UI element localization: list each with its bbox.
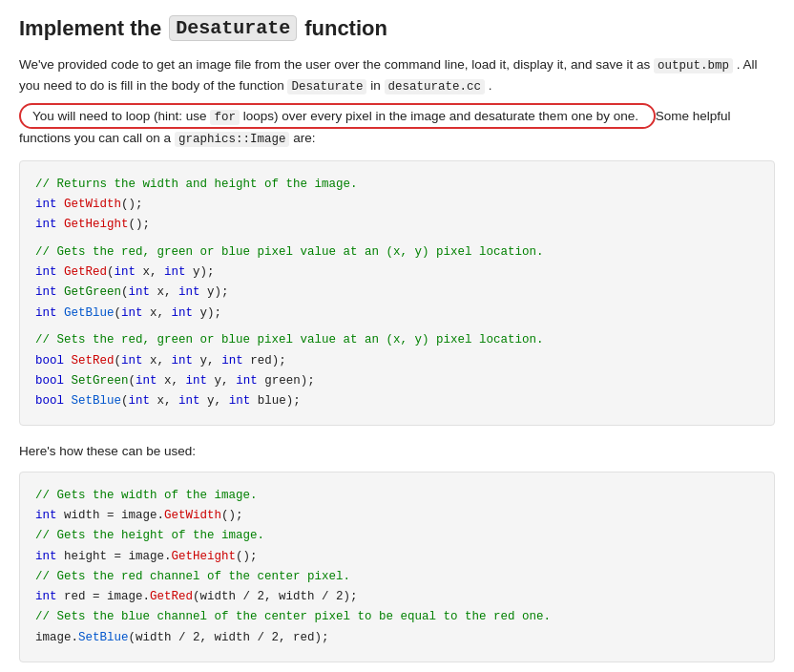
code-line: // Sets the blue channel of the center p… <box>35 607 759 627</box>
code-line: int width = image.GetWidth(); <box>35 506 759 526</box>
code-line <box>35 324 759 331</box>
title-keyword: Desaturate <box>169 15 297 41</box>
title-suffix: function <box>304 16 387 41</box>
intro-paragraph: We've provided code to get an image file… <box>19 54 775 96</box>
code-line: int red = image.GetRed(width / 2, width … <box>35 587 759 607</box>
code-line: // Gets the height of the image. <box>35 526 759 546</box>
code-line: int GetGreen(int x, int y); <box>35 283 759 303</box>
title-prefix: Implement the <box>19 16 161 41</box>
code-line: int GetRed(int x, int y); <box>35 262 759 283</box>
code-line: int height = image.GetHeight(); <box>35 547 759 567</box>
code-line: bool SetRed(int x, int y, int red); <box>35 351 759 371</box>
intro-text-3: in <box>370 78 381 93</box>
code-line: // Gets the red, green or blue pixel val… <box>35 242 759 262</box>
graphics-image-code: graphics::Image <box>175 132 290 147</box>
code-line: bool SetGreen(int x, int y, int green); <box>35 371 759 391</box>
highlighted-section: You will need to loop (hint: use for loo… <box>19 106 775 151</box>
highlight-text-rest: loops) over every pixel in the image and… <box>243 109 638 123</box>
code-line <box>35 235 759 242</box>
intro-text-4: . <box>489 78 492 93</box>
code-line: int GetHeight(); <box>35 215 759 235</box>
intro-code-output: output.bmp <box>654 58 733 74</box>
section2-heading: Here's how these can be used: <box>19 441 775 462</box>
highlight-for-keyword: for <box>210 110 240 125</box>
code-line: // Gets the width of the image. <box>35 486 759 506</box>
code-line: // Returns the width and height of the i… <box>35 175 759 195</box>
page-title: Implement the Desaturate function <box>19 15 775 41</box>
code-line: int GetWidth(); <box>35 195 759 215</box>
intro-code-desaturate: Desaturate <box>287 79 366 94</box>
intro-code-file: desaturate.cc <box>385 79 486 94</box>
code-line: int GetBlue(int x, int y); <box>35 304 759 324</box>
red-oval: You will need to loop (hint: use for loo… <box>19 103 656 129</box>
side-end: are: <box>293 131 315 145</box>
code-block-1: // Returns the width and height of the i… <box>19 160 775 427</box>
code-block-2: // Gets the width of the image.int width… <box>19 472 775 662</box>
highlight-text-you: You will need to loop (hint: use <box>32 109 207 123</box>
section2-text: Here's how these can be used: <box>19 444 196 458</box>
code-line: bool SetBlue(int x, int y, int blue); <box>35 391 759 411</box>
code-line: image.SetBlue(width / 2, width / 2, red)… <box>35 628 759 648</box>
intro-text-1: We've provided code to get an image file… <box>19 57 650 72</box>
code-line: // Gets the red channel of the center pi… <box>35 567 759 587</box>
code-line: // Sets the red, green or blue pixel val… <box>35 330 759 350</box>
